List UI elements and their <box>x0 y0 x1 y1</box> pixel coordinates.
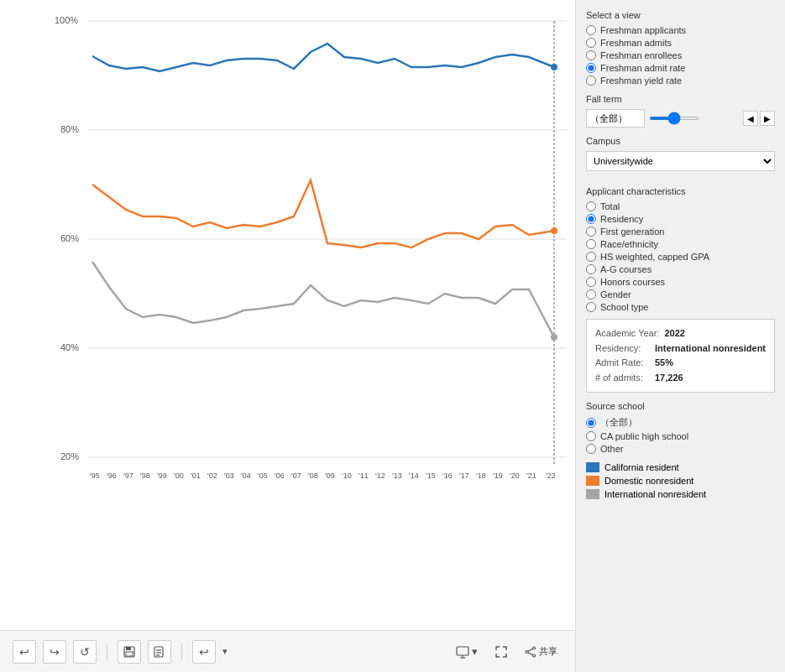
campus-select[interactable]: Universitywide Berkeley Davis Irvine Los… <box>586 151 775 171</box>
view-option-freshman-enrollees[interactable]: Freshman enrollees <box>586 50 775 60</box>
svg-text:'05: '05 <box>258 471 268 480</box>
view-option-yield-rate[interactable]: Freshman yield rate <box>586 76 775 86</box>
source-ca-public[interactable]: CA public high school <box>586 431 775 441</box>
applicant-char-label: Applicant characteristics <box>586 186 775 196</box>
svg-rect-35 <box>126 647 131 650</box>
fall-term-label: Fall term <box>586 94 775 104</box>
view-option-label: Freshman applicants <box>600 25 686 35</box>
applicant-radio-gender[interactable] <box>586 289 596 300</box>
applicant-radio-schooltype[interactable] <box>586 302 596 312</box>
view-radio-enrollees[interactable] <box>586 50 596 60</box>
share-button[interactable]: 共享 <box>520 643 563 660</box>
toolbar-divider-1 <box>107 643 107 660</box>
legend-label-international: International nonresident <box>604 489 706 499</box>
view-radio-applicants[interactable] <box>586 25 596 35</box>
applicant-radio-total[interactable] <box>586 201 596 211</box>
campus-label: Campus <box>586 136 775 146</box>
prev-arrow-button[interactable]: ◀ <box>743 111 758 126</box>
applicant-label-raceethn: Race/ethnicity <box>600 239 658 249</box>
fall-term-slider[interactable] <box>649 117 699 120</box>
applicant-race-eth[interactable]: Race/ethnicity <box>586 239 775 249</box>
svg-text:'12: '12 <box>375 471 385 480</box>
international-line <box>92 262 554 337</box>
applicant-gender[interactable]: Gender <box>586 289 775 300</box>
source-school-label: Source school <box>586 401 775 411</box>
svg-text:'08: '08 <box>308 471 318 480</box>
svg-text:'11: '11 <box>358 471 369 480</box>
applicant-total[interactable]: Total <box>586 201 775 211</box>
export-button[interactable] <box>148 640 171 664</box>
svg-text:'21: '21 <box>526 471 536 480</box>
applicant-radio-raceethn[interactable] <box>586 239 596 249</box>
applicant-radio-hsgpa[interactable] <box>586 252 596 262</box>
save-button[interactable] <box>118 640 141 664</box>
tooltip-admit-label: Admit Rate: <box>595 356 650 371</box>
applicant-honors[interactable]: Honors courses <box>586 277 775 287</box>
applicant-first-gen[interactable]: First generation <box>586 227 775 237</box>
dropdown-arrow[interactable]: ▾ <box>222 646 228 657</box>
redo-button[interactable]: ↪ <box>43 640 66 664</box>
view-option-freshman-admits[interactable]: Freshman admits <box>586 38 775 48</box>
select-view-label: Select a view <box>586 10 775 20</box>
source-other[interactable]: Other <box>586 444 775 454</box>
source-radio-all[interactable] <box>586 418 596 428</box>
chart-svg: 100% 80% 60% 40% 20% '95 '96 '97 '98 <box>50 8 567 545</box>
svg-text:'19: '19 <box>493 471 503 480</box>
legend-domestic: Domestic nonresident <box>586 476 775 486</box>
y-label-20: 20% <box>60 451 79 461</box>
applicant-label-hsgpa: HS weighted, capped GPA <box>600 252 709 262</box>
applicant-radio-honors[interactable] <box>586 277 596 287</box>
source-radio-other[interactable] <box>586 444 596 454</box>
view-option-freshman-applicants[interactable]: Freshman applicants <box>586 25 775 35</box>
svg-text:'96: '96 <box>107 471 117 480</box>
source-all[interactable]: （全部） <box>586 416 775 429</box>
view-radio-admits[interactable] <box>586 38 596 48</box>
svg-text:'14: '14 <box>409 471 419 480</box>
svg-text:'22: '22 <box>546 471 556 480</box>
svg-text:'02: '02 <box>207 471 217 480</box>
fall-term-input[interactable] <box>586 109 645 128</box>
y-label-100: 100% <box>55 15 78 25</box>
share-label: 共享 <box>539 645 557 658</box>
tooltip-box: Academic Year: 2022 Residency: Internati… <box>586 319 775 393</box>
applicant-label-firstgen: First generation <box>600 227 664 237</box>
svg-line-47 <box>528 652 533 654</box>
main-container: 100% 80% 60% 40% 20% '95 '96 '97 '98 <box>0 0 785 672</box>
svg-text:'10: '10 <box>342 471 352 480</box>
svg-text:'07: '07 <box>291 471 301 480</box>
source-label-ca-public: CA public high school <box>600 431 688 441</box>
applicant-school-type[interactable]: School type <box>586 302 775 312</box>
source-radio-ca-public[interactable] <box>586 431 596 441</box>
applicant-options-group: Total Residency First generation Race/et… <box>586 201 775 312</box>
applicant-ag-courses[interactable]: A-G courses <box>586 264 775 274</box>
svg-point-46 <box>533 654 536 657</box>
tooltip-year-row: Academic Year: 2022 <box>595 326 766 341</box>
fullscreen-button[interactable] <box>489 643 513 661</box>
next-arrow-button[interactable]: ▶ <box>760 111 775 126</box>
svg-text:'97: '97 <box>123 471 133 480</box>
view-option-admit-rate[interactable]: Freshman admit rate <box>586 63 775 73</box>
right-panel: Select a view Freshman applicants Freshm… <box>575 0 785 672</box>
applicant-residency[interactable]: Residency <box>586 214 775 224</box>
applicant-radio-residency[interactable] <box>586 214 596 224</box>
bottom-toolbar: ↩ ↪ ↺ ↩ ▾ <box>0 630 575 672</box>
svg-text:'04: '04 <box>241 471 251 480</box>
reset-button[interactable]: ↺ <box>73 640 97 664</box>
applicant-hs-gpa[interactable]: HS weighted, capped GPA <box>586 252 775 262</box>
present-button[interactable]: ▾ <box>451 643 483 661</box>
applicant-label-residency: Residency <box>600 214 643 224</box>
orange-dot-2022 <box>551 227 557 234</box>
legend: California resident Domestic nonresident… <box>586 462 775 499</box>
svg-point-44 <box>533 647 536 649</box>
view-option-label-admits: Freshman admits <box>600 38 672 48</box>
undo-button[interactable]: ↩ <box>13 640 36 664</box>
view-radio-yield-rate[interactable] <box>586 76 596 86</box>
undo2-button[interactable]: ↩ <box>192 640 216 664</box>
applicant-radio-firstgen[interactable] <box>586 227 596 237</box>
svg-point-45 <box>526 650 528 653</box>
svg-text:'13: '13 <box>392 471 402 480</box>
applicant-radio-ag[interactable] <box>586 264 596 274</box>
view-radio-admit-rate[interactable] <box>586 63 596 73</box>
applicant-label-honors: Honors courses <box>600 277 665 287</box>
svg-line-48 <box>528 649 533 651</box>
